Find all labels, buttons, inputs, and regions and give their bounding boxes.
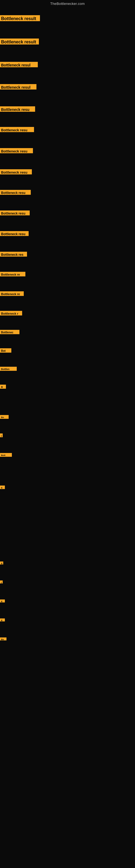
bar-label: Bott: [0, 453, 12, 457]
bar-label: Bottleneck resu: [0, 127, 34, 132]
bar-item: |: [0, 433, 3, 437]
bar-item: E: [0, 618, 5, 621]
bar-item: Bott: [0, 453, 12, 457]
bar-label: Bottleneck resu: [0, 190, 31, 195]
bar-item: Bottleneck re: [0, 272, 26, 276]
bar-item: Bottleneck result: [0, 38, 39, 44]
bar-item: Bottleneck re: [0, 291, 24, 296]
bar-item: Bottleneck resul: [0, 62, 38, 67]
bar-label: Bottleneck re: [0, 291, 24, 296]
bar-label: Bo: [0, 638, 6, 641]
bar-label: |: [0, 433, 3, 437]
bar-label: |: [0, 581, 3, 584]
bar-label: E: [0, 486, 5, 489]
bar-label: E: [0, 561, 3, 564]
bar-label: Bottleneck resu: [0, 211, 30, 215]
bar-item: |: [0, 581, 3, 584]
bar-label: Bottleneck resu: [0, 148, 33, 153]
bar-item: Bottlen: [0, 367, 17, 371]
bar-item: Bottleneck resu: [0, 231, 29, 236]
bar-item: E: [0, 486, 5, 489]
bar-label: Bot: [0, 348, 11, 352]
bar-item: B: [0, 384, 6, 389]
bar-item: Bo: [0, 638, 6, 641]
site-title: TheBottlenecker.com: [0, 0, 135, 7]
bar-label: Bottleneck res: [0, 252, 27, 257]
bar-item: Bottleneck r: [0, 311, 22, 315]
bar-label: Bottleneck resul: [0, 62, 38, 67]
bar-label: Bo: [0, 415, 9, 419]
bar-item: Bottleneck resu: [0, 211, 30, 215]
bar-label: E: [0, 599, 5, 602]
bar-label: Bottleneck r: [0, 311, 22, 315]
bar-label: Bottlenec: [0, 330, 19, 334]
bar-item: Bottleneck resu: [0, 148, 33, 153]
bar-label: Bottleneck resu: [0, 169, 32, 175]
bar-item: Bottleneck resu: [0, 127, 34, 132]
bar-label: Bottleneck resu: [0, 106, 35, 112]
bar-item: Bottleneck result: [0, 15, 40, 21]
bar-item: Bottlenec: [0, 330, 19, 334]
bar-label: Bottleneck resu: [0, 231, 29, 236]
bar-item: Bottleneck resul: [0, 84, 37, 90]
bar-label: B: [0, 384, 6, 389]
bar-label: Bottleneck result: [0, 38, 39, 44]
bar-item: Bottleneck res: [0, 252, 27, 257]
bar-label: E: [0, 618, 5, 621]
bar-label: Bottleneck resul: [0, 84, 37, 90]
bar-label: Bottleneck result: [0, 15, 40, 21]
bar-item: Bottleneck resu: [0, 106, 35, 112]
bar-item: Bottleneck resu: [0, 190, 31, 195]
bar-item: Bot: [0, 348, 11, 352]
bar-item: Bo: [0, 415, 9, 419]
bar-label: Bottleneck re: [0, 272, 26, 276]
bar-item: Bottleneck resu: [0, 169, 32, 175]
bar-label: Bottlen: [0, 367, 17, 371]
bar-item: E: [0, 561, 3, 564]
bar-item: E: [0, 599, 5, 602]
